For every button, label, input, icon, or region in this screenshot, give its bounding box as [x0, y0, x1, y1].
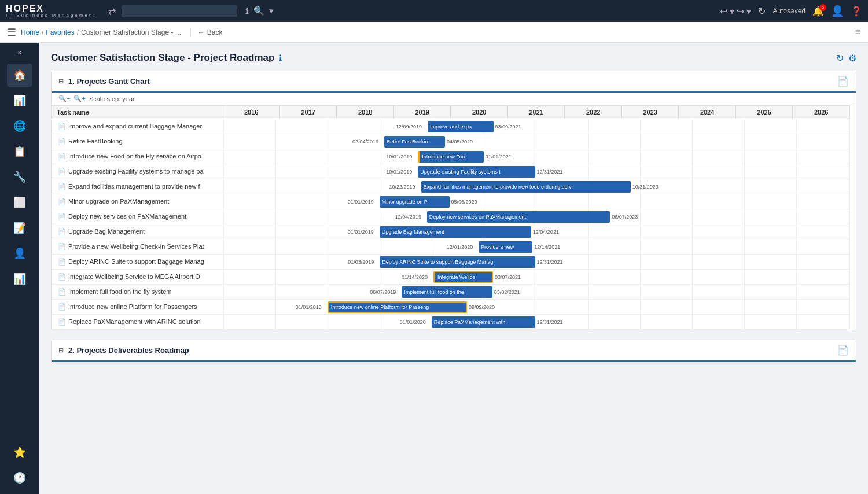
search-input[interactable] [122, 5, 237, 17]
table-row[interactable]: 📄Retire FastBooking Retire FastBookin 02… [52, 134, 850, 149]
table-row[interactable]: 📄Integrate Wellbeing Service to MEGA Air… [52, 270, 850, 285]
col-2021: 2021 [507, 106, 564, 119]
page-title: Customer Satisfaction Stage - Project Ro… [51, 52, 274, 64]
user-avatar-icon[interactable]: 👤 [831, 5, 844, 17]
table-row[interactable]: 📄Introduce new online Platform for Passe… [52, 300, 850, 315]
undo-icon[interactable]: ↩ [720, 6, 727, 17]
sidebar-item-dashboard[interactable]: 📊 [7, 89, 32, 112]
notification-bell[interactable]: 🔔 6 [812, 6, 824, 17]
gantt-bar[interactable]: Deploy new services on PaXManagement [427, 211, 610, 223]
sidebar-expand-btn[interactable]: » [17, 47, 22, 57]
task-bar-cell[interactable]: Provide a new 12/01/2020 12/14/2021 [223, 239, 850, 255]
gantt-bar[interactable]: Minor upgrade on P [380, 196, 450, 208]
breadcrumb-favorites[interactable]: Favorites [46, 28, 74, 36]
sidebar-item-packages[interactable]: ⬜ [7, 191, 32, 214]
gantt-bar[interactable]: Expand facilities management to provide … [421, 181, 631, 193]
refresh-icon[interactable]: ↻ [758, 6, 766, 17]
task-bar-cell[interactable]: Minor upgrade on P 01/01/2019 05/06/2020 [223, 194, 850, 209]
undo-dropdown[interactable]: ▾ [730, 6, 734, 17]
gantt-bar[interactable]: Introduce new Foo [418, 151, 483, 163]
gantt-bar[interactable]: Upgrade Bag Management [380, 226, 531, 238]
task-doc-icon: 📄 [58, 243, 66, 250]
gantt-bar[interactable]: Introduce new online Platform for Passen… [328, 301, 467, 313]
back-button[interactable]: ← Back [190, 28, 223, 36]
table-row[interactable]: 📄Introduce new Food on the Fly service o… [52, 149, 850, 164]
table-row[interactable]: 📄Upgrade existing Facility systems to ma… [52, 164, 850, 179]
table-row[interactable]: 📄Implement full food on the fly system I… [52, 285, 850, 300]
sidebar-item-favorites[interactable]: ⭐ [7, 441, 32, 464]
page-info-icon[interactable]: ℹ [279, 53, 282, 62]
section2-export-icon[interactable]: 📄 [837, 345, 849, 356]
section1-collapse[interactable]: ⊟ [58, 78, 64, 85]
bar-end-date: 12/31/2021 [537, 259, 563, 265]
sidebar-item-globe[interactable]: 🌐 [7, 115, 32, 138]
task-bar-cell[interactable]: Replace PaXManagement with 01/01/2020 12… [223, 315, 850, 330]
task-bar-cell[interactable]: Retire FastBookin 02/04/2019 04/05/2020 [223, 134, 850, 149]
redo-dropdown[interactable]: ▾ [746, 6, 751, 17]
table-row[interactable]: 📄Upgrade Bag Management Upgrade Bag Mana… [52, 224, 850, 239]
task-bar-cell[interactable]: Deploy ARINC Suite to support Baggage Ma… [223, 255, 850, 270]
bar-end-date: 01/01/2021 [486, 154, 512, 160]
sidebar-item-reports[interactable]: 📝 [7, 216, 32, 239]
sidebar-item-projects[interactable]: 📋 [7, 140, 32, 163]
task-bar-cell[interactable]: Deploy new services on PaXManagement 12/… [223, 209, 850, 224]
task-bar-cell[interactable]: Upgrade Bag Management 01/01/2019 12/04/… [223, 224, 850, 239]
section1-export-icon[interactable]: 📄 [837, 76, 849, 87]
gantt-bar[interactable]: Improve and expa [428, 121, 493, 132]
settings-btn[interactable]: ⚙ [848, 53, 856, 64]
bar-end-date: 12/31/2021 [537, 319, 563, 325]
bar-start-date: 01/01/2020 [400, 319, 426, 325]
section2-collapse[interactable]: ⊟ [58, 346, 64, 354]
table-row[interactable]: 📄Improve and expand current Baggage Mana… [52, 119, 850, 134]
gantt-bar[interactable]: Deploy ARINC Suite to support Baggage Ma… [380, 256, 535, 268]
gantt-bar[interactable]: Implement full food on the [402, 286, 492, 298]
col-2020: 2020 [451, 106, 507, 119]
swap-icon[interactable]: ⇄ [108, 6, 116, 17]
table-row[interactable]: 📄Minor upgrade on PaXManagement Minor up… [52, 194, 850, 209]
breadcrumb-current: Customer Satisfaction Stage - ... [81, 28, 181, 36]
table-row[interactable]: 📄Expand facilities management to provide… [52, 179, 850, 194]
table-row[interactable]: 📄Provide a new Wellbeing Check-in Servic… [52, 239, 850, 255]
gantt-bar[interactable]: Upgrade existing Facility systems t [418, 166, 535, 178]
task-name-cell: 📄Upgrade Bag Management [52, 224, 223, 239]
sidebar-item-tools[interactable]: 🔧 [7, 165, 32, 189]
task-doc-icon: 📄 [58, 213, 66, 220]
undo-redo-group: ↩ ▾ ↪ ▾ [720, 6, 751, 17]
task-bar-cell[interactable]: Improve and expa 12/09/2019 03/09/2021 [223, 119, 850, 134]
gantt-bar[interactable]: Integrate Wellbe [433, 271, 493, 283]
sidebar-item-users[interactable]: 👤 [7, 242, 32, 265]
sidebar-item-history[interactable]: 🕐 [7, 466, 32, 489]
sidebar-item-home[interactable]: 🏠 [7, 64, 32, 87]
dropdown-icon[interactable]: ▾ [269, 6, 274, 16]
gantt-bar[interactable]: Replace PaXManagement with [432, 316, 535, 328]
table-row[interactable]: 📄Deploy new services on PaXManagement De… [52, 209, 850, 224]
gantt-bar[interactable]: Provide a new [479, 241, 532, 253]
task-name-text: Minor upgrade on PaXManagement [68, 198, 169, 205]
list-view-icon[interactable]: ≡ [855, 26, 861, 38]
task-bar-cell[interactable]: Implement full food on the 06/07/2019 03… [223, 285, 850, 300]
hamburger-menu[interactable]: ☰ [7, 26, 16, 39]
search-icon[interactable]: 🔍 [253, 6, 264, 16]
refresh-btn[interactable]: ↻ [836, 53, 844, 64]
task-bar-cell[interactable]: Expand facilities management to provide … [223, 179, 850, 194]
table-row[interactable]: 📄Deploy ARINC Suite to support Baggage M… [52, 255, 850, 270]
gantt-bar[interactable]: Retire FastBookin [384, 136, 445, 148]
task-doc-icon: 📄 [58, 183, 66, 190]
task-bar-cell[interactable]: Upgrade existing Facility systems t 10/0… [223, 164, 850, 179]
zoom-out-btn[interactable]: 🔍− [58, 95, 70, 102]
breadcrumb-home[interactable]: Home [21, 28, 39, 36]
task-name-cell: 📄Minor upgrade on PaXManagement [52, 194, 223, 209]
table-row[interactable]: 📄Replace PaXManagement with ARINC soluti… [52, 315, 850, 330]
redo-icon[interactable]: ↪ [737, 6, 744, 17]
task-name-text: Expand facilities management to provide … [68, 183, 200, 190]
task-name-cell: 📄Retire FastBooking [52, 134, 223, 149]
help-icon[interactable]: ❓ [851, 6, 862, 17]
task-bar-cell[interactable]: Introduce new online Platform for Passen… [223, 300, 850, 315]
logo: HOPEX IT Business Management [6, 3, 97, 19]
info-icon[interactable]: ℹ [245, 6, 249, 16]
task-bar-cell[interactable]: Introduce new Foo 10/01/2019 01/01/2021 [223, 149, 850, 164]
sidebar-item-analytics[interactable]: 📊 [7, 267, 32, 290]
zoom-in-btn[interactable]: 🔍+ [73, 95, 85, 102]
task-bar-cell[interactable]: Integrate Wellbe 01/14/2020 03/07/2021 [223, 270, 850, 285]
task-doc-icon: 📄 [58, 303, 66, 310]
